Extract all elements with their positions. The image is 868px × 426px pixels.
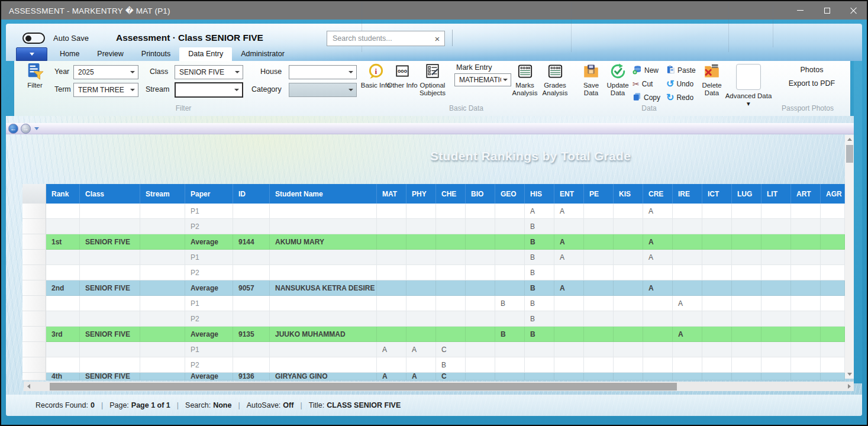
grid-cell[interactable]	[525, 373, 554, 380]
row-header-cell[interactable]	[22, 357, 46, 373]
table-row[interactable]: P1BAA	[22, 250, 845, 265]
grid-cell[interactable]	[584, 219, 614, 234]
grid-cell[interactable]	[466, 327, 495, 342]
grid-cell[interactable]	[140, 311, 185, 327]
grid-cell[interactable]: SENIOR FIVE	[80, 280, 140, 296]
grid-cell[interactable]	[673, 204, 702, 219]
grid-cell[interactable]	[377, 327, 406, 342]
grid-cell[interactable]	[821, 204, 845, 219]
grid-cell[interactable]	[673, 373, 702, 380]
grid-cell[interactable]	[80, 219, 140, 234]
grid-cell[interactable]	[233, 265, 270, 280]
grid-cell[interactable]: GIRYANG GINO	[270, 373, 377, 380]
grid-cell[interactable]	[791, 204, 821, 219]
grid-cell[interactable]	[643, 219, 673, 234]
grid-cell[interactable]	[732, 296, 761, 311]
grid-cell[interactable]	[732, 250, 761, 265]
grid-cell[interactable]	[702, 250, 732, 265]
grid-cell[interactable]: A	[554, 234, 584, 250]
grid-cell[interactable]	[643, 373, 673, 380]
grid-cell[interactable]	[702, 296, 732, 311]
row-header-cell[interactable]	[22, 373, 46, 380]
grid-cell[interactable]	[791, 219, 821, 234]
grid-cell[interactable]	[584, 280, 614, 296]
grid-header-cell[interactable]: CRE	[643, 184, 673, 204]
grid-cell[interactable]: B	[525, 280, 554, 296]
grid-cell[interactable]	[140, 204, 185, 219]
grid-cell[interactable]	[495, 250, 525, 265]
grid-header-cell[interactable]: Class	[80, 184, 140, 204]
grid-cell[interactable]	[233, 311, 270, 327]
grid-cell[interactable]: A	[643, 234, 673, 250]
minimize-button[interactable]	[787, 1, 814, 20]
grid-cell[interactable]: 2nd	[46, 280, 80, 296]
grid-cell[interactable]	[495, 342, 525, 357]
grid-cell[interactable]	[761, 327, 791, 342]
grid-cell[interactable]	[732, 234, 761, 250]
grid-cell[interactable]	[821, 219, 845, 234]
grid-cell[interactable]	[673, 265, 702, 280]
grid-cell[interactable]: 9136	[233, 373, 270, 380]
filter-button[interactable]: Filter	[20, 62, 50, 89]
grid-cell[interactable]	[643, 342, 673, 357]
grid-cell[interactable]	[584, 204, 614, 219]
photos-button[interactable]: Photos	[776, 66, 847, 74]
vertical-scrollbar[interactable]	[845, 135, 854, 379]
grid-cell[interactable]	[80, 265, 140, 280]
grid-cell[interactable]	[554, 219, 584, 234]
grid-cell[interactable]	[436, 280, 466, 296]
vertical-scrollbar-thumb[interactable]	[846, 145, 853, 163]
row-header-cell[interactable]	[22, 265, 46, 280]
grid-cell[interactable]	[140, 373, 185, 380]
grid-cell[interactable]: 1st	[46, 234, 80, 250]
grid-cell[interactable]	[46, 219, 80, 234]
house-select[interactable]	[289, 65, 357, 79]
grid-cell[interactable]	[270, 250, 377, 265]
back-button[interactable]: ←	[8, 124, 18, 134]
grid-cell[interactable]	[466, 342, 495, 357]
update-data-button[interactable]: Update Data	[604, 62, 632, 97]
grid-cell[interactable]	[821, 357, 845, 373]
grid-cell[interactable]	[140, 327, 185, 342]
grid-header-cell[interactable]: ENT	[554, 184, 584, 204]
grid-header-cell[interactable]: HIS	[525, 184, 554, 204]
grid-cell[interactable]	[436, 204, 466, 219]
grid-cell[interactable]	[702, 265, 732, 280]
grid-cell[interactable]	[46, 265, 80, 280]
grid-cell[interactable]	[140, 219, 185, 234]
grid-cell[interactable]	[554, 327, 584, 342]
grid-cell[interactable]	[732, 357, 761, 373]
grid-cell[interactable]	[702, 327, 732, 342]
grid-cell[interactable]	[584, 327, 614, 342]
grid-cell[interactable]	[673, 280, 702, 296]
grid-cell[interactable]	[233, 342, 270, 357]
grid-cell[interactable]	[495, 265, 525, 280]
grid-cell[interactable]	[46, 250, 80, 265]
grid-cell[interactable]	[732, 280, 761, 296]
grid-cell[interactable]	[584, 373, 614, 380]
autosave-toggle[interactable]	[22, 33, 45, 44]
row-header-cell[interactable]	[22, 219, 46, 234]
redo-button[interactable]: ↻ Redo	[666, 92, 693, 103]
table-row[interactable]: P1AAA	[22, 204, 845, 219]
grid-cell[interactable]: 3rd	[46, 327, 80, 342]
table-row[interactable]: 2ndSENIOR FIVEAverage9057NANSUKUSA KETRA…	[22, 280, 845, 296]
grid-cell[interactable]	[377, 204, 406, 219]
row-header-cell[interactable]	[22, 234, 46, 250]
grid-cell[interactable]: B	[525, 265, 554, 280]
grid-cell[interactable]: A	[554, 204, 584, 219]
grid-cell[interactable]	[377, 265, 406, 280]
grid-cell[interactable]: P2	[185, 219, 233, 234]
grid-cell[interactable]	[643, 265, 673, 280]
grid-cell[interactable]	[643, 296, 673, 311]
grid-cell[interactable]	[46, 342, 80, 357]
scroll-left-button[interactable]	[24, 382, 33, 391]
optional-subjects-button[interactable]: Optional Subjects	[415, 62, 450, 97]
grid-cell[interactable]	[821, 296, 845, 311]
grid-cell[interactable]	[761, 250, 791, 265]
paste-button[interactable]: Paste	[666, 65, 696, 76]
grid-cell[interactable]	[702, 357, 732, 373]
grid-cell[interactable]	[140, 280, 185, 296]
file-menu-button[interactable]	[16, 47, 47, 61]
grid-cell[interactable]	[761, 373, 791, 380]
